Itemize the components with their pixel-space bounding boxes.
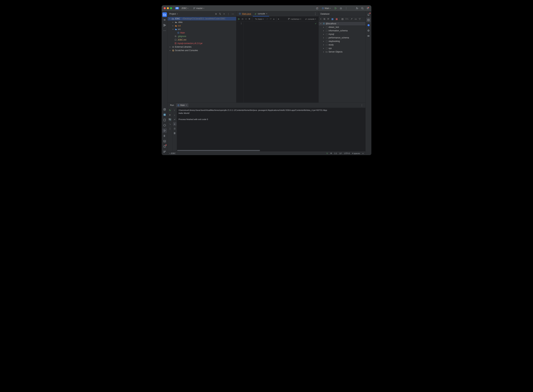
debug-button[interactable] <box>339 7 342 10</box>
add-datasource-icon[interactable]: + <box>320 18 322 20</box>
db-schema[interactable]: ▸⬚staybooking <box>319 39 365 43</box>
run-button[interactable] <box>334 7 337 10</box>
code-area[interactable]: ✓ <box>243 22 318 103</box>
run-config-dropdown[interactable]: C Main ▾ <box>321 7 332 10</box>
tree-item-idea[interactable]: ▸ .idea <box>168 20 236 24</box>
run-tab-title[interactable]: Run <box>169 103 175 107</box>
settings-gear-icon[interactable] <box>366 7 369 10</box>
ai-assistant-icon[interactable] <box>366 28 371 33</box>
ai-chat-icon[interactable] <box>366 23 371 28</box>
status-encoding[interactable]: UTF-8 <box>344 152 350 154</box>
more-tool-button[interactable]: ⋯ <box>162 28 167 33</box>
maximize-window-button[interactable] <box>170 7 172 9</box>
bookmarks-tool-icon[interactable] <box>162 118 167 122</box>
explain-icon[interactable]: ⊘ <box>245 18 247 20</box>
structure-tool-button[interactable] <box>162 23 167 28</box>
copilot-tool-icon[interactable] <box>366 33 371 38</box>
tx-mode-dropdown[interactable]: Tx: Auto ▾ <box>254 18 265 20</box>
db-schema[interactable]: ▸⬚information_schema <box>319 29 365 33</box>
rollback-icon[interactable]: ↺ <box>270 18 271 20</box>
commit-tool-button[interactable] <box>162 18 167 22</box>
console-session-dropdown[interactable]: console ▾ <box>304 18 317 20</box>
tree-item-jar[interactable]: mysql-connector-j-8.2.0.jar <box>168 42 236 45</box>
stop-icon[interactable]: ▦ <box>335 18 338 20</box>
dump-threads-icon[interactable]: 📷 <box>168 117 172 121</box>
git-branch-dropdown[interactable]: master ▾ <box>192 7 205 10</box>
build-tool-icon[interactable] <box>162 134 167 138</box>
run-config-tab[interactable]: C Main × <box>176 103 188 107</box>
next-icon[interactable]: ▸ <box>278 18 279 20</box>
tree-root[interactable]: ▾ JDBC ~/Desktop/CS/JavaEE/1 JavaWeb/Cod… <box>168 17 236 20</box>
soft-wrap-icon[interactable]: ⤶ <box>173 117 176 121</box>
services-tool-icon[interactable] <box>162 123 167 128</box>
jump-to-console-icon[interactable]: ▦ <box>331 18 334 20</box>
duplicate-icon[interactable]: ⧉ <box>323 18 326 20</box>
clear-icon[interactable]: 🗑 <box>173 131 176 135</box>
editor-body[interactable]: 1 ✓ <box>236 22 318 103</box>
status-indent[interactable]: 4 spaces <box>352 152 360 154</box>
notifications-icon[interactable] <box>366 12 371 17</box>
collapse-all-icon[interactable]: ⤫ <box>223 13 226 15</box>
up-icon[interactable]: ↑ <box>173 108 176 112</box>
status-project[interactable]: ▫ JDBC <box>169 152 176 154</box>
settings-small-icon[interactable]: ⚙ <box>248 18 250 20</box>
more-actions-icon[interactable]: ⋮ <box>345 7 348 10</box>
debug-bug-icon[interactable] <box>315 7 319 10</box>
run-tool-button[interactable] <box>162 128 167 133</box>
copilot-icon[interactable]: ⊕ <box>330 152 332 154</box>
tree-item-iml[interactable]: JDBC.iml <box>168 38 236 42</box>
horizontal-scrollbar[interactable] <box>177 150 365 151</box>
db-server-objects[interactable]: ▸Server Objects <box>319 50 365 54</box>
scroll-to-end-icon[interactable]: ⤓ <box>173 122 176 126</box>
rerun-icon[interactable]: ↻ <box>168 108 172 112</box>
terminal-tool-icon[interactable] <box>162 139 167 144</box>
run-options-icon[interactable]: ⋮ <box>359 104 364 107</box>
inspection-ok-icon[interactable]: ✓ <box>315 22 317 25</box>
down-icon[interactable]: ↓ <box>173 113 176 117</box>
db-schema[interactable]: ▸⬚study <box>319 43 365 47</box>
python-console-icon[interactable] <box>162 112 167 117</box>
tree-item-scratches[interactable]: ▸ Scratches and Consoles <box>168 49 236 52</box>
tree-item-src[interactable]: ▾ src <box>168 28 236 31</box>
print-icon[interactable]: ⎙ <box>173 127 176 130</box>
panel-options-icon[interactable]: ⋮ <box>227 13 230 15</box>
export-icon[interactable]: ▭ <box>354 18 357 20</box>
db-schema[interactable]: ▸⬚performance_schema <box>319 36 365 39</box>
search-icon[interactable] <box>361 7 364 10</box>
vim-icon[interactable]: V <box>327 152 328 154</box>
stop-run-icon[interactable]: ■ <box>168 113 172 117</box>
commit-icon[interactable]: ✓ <box>266 18 268 20</box>
problems-tool-icon[interactable] <box>162 144 167 149</box>
diagram-icon[interactable]: ↗ <box>350 18 353 20</box>
more-run-icon[interactable]: ⋮ <box>168 127 172 130</box>
git-tool-icon[interactable] <box>162 149 167 154</box>
data-source-props-icon[interactable]: ▤ <box>341 18 344 20</box>
history-icon[interactable]: ◷ <box>242 18 243 20</box>
status-line-sep[interactable]: LF <box>339 152 342 154</box>
tree-item-main[interactable]: C Main <box>168 31 236 35</box>
select-opened-file-icon[interactable]: ⊕ <box>215 13 218 15</box>
status-line-col[interactable]: 1:1 <box>334 152 337 154</box>
db-schema[interactable]: ▸⬚ebean_test <box>319 25 365 29</box>
minimize-window-button[interactable] <box>167 7 169 9</box>
close-run-tab-icon[interactable]: × <box>186 104 187 107</box>
schema-dropdown[interactable]: <schema> ▾ <box>287 18 302 20</box>
filter-icon[interactable]: ▽ <box>359 18 361 20</box>
tree-item-out[interactable]: ▸ out <box>168 24 236 28</box>
tree-item-gitignore[interactable]: .gitignore <box>168 35 236 38</box>
database-tool-button[interactable] <box>366 18 371 22</box>
project-dropdown[interactable]: JDBC ▾ <box>180 7 189 10</box>
close-tab-icon[interactable]: × <box>266 13 267 15</box>
hide-panel-icon[interactable]: — <box>231 13 234 15</box>
refresh-icon[interactable]: ⟳ <box>327 18 330 20</box>
expand-all-icon[interactable]: ⇅ <box>219 13 222 15</box>
console-output[interactable]: /Users/eve/Library/Java/JavaVirtualMachi… <box>177 108 365 150</box>
tree-item-ext-libs[interactable]: ▸ External Libraries <box>168 45 236 49</box>
exit-icon[interactable]: ↘ <box>168 122 172 126</box>
chevron-down-icon[interactable]: ▾ <box>177 13 178 15</box>
execute-icon[interactable] <box>238 18 240 20</box>
tab-more-icon[interactable]: ⋮ <box>312 11 318 16</box>
database-tables-icon[interactable] <box>162 107 167 112</box>
tab-main-java[interactable]: C Main.java <box>237 11 253 16</box>
readonly-lock-icon[interactable]: ⎆ <box>362 152 364 154</box>
